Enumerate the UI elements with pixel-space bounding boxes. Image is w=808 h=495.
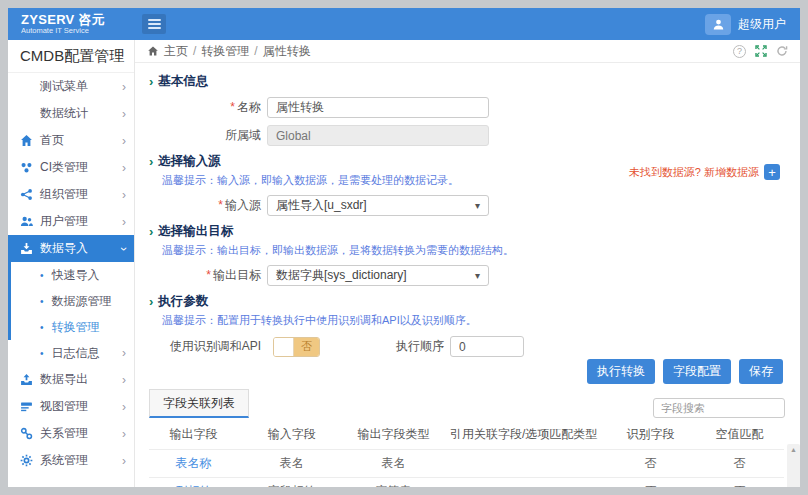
chevron-right-icon: ›: [122, 107, 126, 121]
domain-label: 所属域: [149, 127, 261, 144]
field-search-input[interactable]: [653, 398, 785, 418]
exec-order-label: 执行顺序: [396, 338, 444, 355]
input-source-label: *输入源: [149, 197, 261, 214]
sidebar-item-data-export[interactable]: 数据导出 ›: [8, 366, 134, 393]
datasource-notfound-link[interactable]: 未找到数据源? 新增数据源: [629, 165, 759, 180]
section-basic-info: › 基本信息: [149, 73, 800, 90]
person-icon: [712, 18, 725, 31]
output-field-link[interactable]: 列标签: [149, 478, 238, 488]
output-target-label: *输出目标: [149, 267, 261, 284]
fullscreen-icon[interactable]: [755, 45, 767, 57]
ci-cluster-icon: [20, 161, 33, 174]
data-import-group: 数据导入 › • 快速导入 • 数据源管理 • 转换管理 • 日志信息 ›: [8, 235, 134, 366]
breadcrumb: 主页 / 转换管理 / 属性转换 ?: [135, 40, 800, 63]
org-share-icon: [20, 188, 33, 201]
home-icon: [20, 134, 33, 147]
input-source-row: *输入源 属性导入[u_sxdr] ▾: [149, 195, 800, 216]
logo-title: ZYSERV 咨元: [21, 13, 135, 27]
sidebar-subitem-log-info[interactable]: • 日志信息 ›: [8, 340, 134, 366]
sidebar-item-ci-class[interactable]: CI类管理 ›: [8, 154, 134, 181]
exec-order-input[interactable]: [450, 336, 524, 357]
chevron-right-icon: ›: [122, 80, 126, 94]
tab-field-association[interactable]: 字段关联列表: [149, 389, 249, 418]
app-window: ZYSERV 咨元 Automate IT Service 超级用户 CMDB配…: [8, 8, 800, 487]
col-ref-match-type: 引用关联字段/选项匹配类型: [441, 422, 606, 450]
menu-toggle-icon[interactable]: [142, 14, 166, 34]
user-avatar[interactable]: [705, 14, 731, 35]
exec-params-hint: 温馨提示：配置用于转换执行中使用识别调和API以及识别顺序。: [162, 313, 800, 328]
users-icon: [20, 215, 33, 228]
chevron-right-icon: ›: [122, 215, 126, 229]
bullet-icon: •: [40, 296, 44, 307]
sidebar-subitem-quick-import[interactable]: • 快速导入: [8, 262, 134, 288]
bullet-icon: •: [40, 322, 44, 333]
bullet-icon: •: [40, 270, 44, 281]
sidebar-item-system-mgmt[interactable]: 系统管理 ›: [8, 447, 134, 474]
api-toggle[interactable]: 否: [273, 337, 320, 357]
chevron-right-icon: ›: [122, 188, 126, 202]
table-row: 列标签 字段标签 字符串 否 否: [149, 478, 784, 488]
sidebar-item-users[interactable]: 用户管理 ›: [8, 208, 134, 235]
field-table-toolbar: 字段关联列表: [149, 389, 800, 418]
sidebar-title: CMDB配置管理: [8, 40, 134, 73]
input-source-select[interactable]: 属性导入[u_sxdr] ▾: [267, 195, 489, 216]
save-button[interactable]: 保存: [739, 359, 783, 384]
sidebar-item-relation-mgmt[interactable]: 关系管理 ›: [8, 420, 134, 447]
import-icon: [20, 242, 33, 255]
breadcrumb-separator: /: [254, 44, 257, 58]
sidebar: CMDB配置管理 测试菜单 › 数据统计 › 首页 › CI类管理 ›: [8, 40, 135, 487]
sidebar-item-view-mgmt[interactable]: 视图管理 ›: [8, 393, 134, 420]
add-datasource-button[interactable]: +: [764, 164, 780, 180]
sidebar-item-data-statistics[interactable]: 数据统计 ›: [8, 100, 134, 127]
bullet-icon: •: [40, 348, 44, 359]
chevron-right-icon: ›: [122, 134, 126, 148]
domain-row: 所属域: [149, 125, 800, 146]
col-null-match: 空值匹配: [695, 422, 784, 450]
breadcrumb-transform-mgmt[interactable]: 转换管理: [201, 43, 249, 60]
relation-link-icon: [20, 427, 33, 440]
sidebar-item-organization[interactable]: 组织管理 ›: [8, 181, 134, 208]
chevron-down-icon: ›: [117, 247, 131, 251]
table-row: 表名称 表名 表名 否 否: [149, 450, 784, 478]
name-input[interactable]: [267, 97, 489, 118]
output-target-select[interactable]: 数据字典[sys_dictionary] ▾: [267, 265, 489, 286]
exec-params-row: 使用识别调和API 否 执行顺序: [149, 336, 800, 357]
col-input-field: 输入字段: [238, 422, 346, 450]
home-icon: [147, 45, 159, 57]
breadcrumb-home[interactable]: 主页: [164, 43, 188, 60]
logo-subtitle: Automate IT Service: [21, 27, 135, 35]
user-name[interactable]: 超级用户: [738, 16, 786, 33]
sidebar-item-home[interactable]: 首页 ›: [8, 127, 134, 154]
gear-icon: [20, 454, 33, 467]
table-scrollbar[interactable]: ▲: [787, 444, 800, 487]
field-config-button[interactable]: 字段配置: [663, 359, 731, 384]
run-transform-button[interactable]: 执行转换: [587, 359, 655, 384]
col-output-field: 输出字段: [149, 422, 238, 450]
col-identify-field: 识别字段: [606, 422, 695, 450]
chevron-right-icon: ›: [122, 400, 126, 414]
section-output-target: › 选择输出目标: [149, 223, 800, 240]
breadcrumb-attr-transform: 属性转换: [263, 43, 311, 60]
toggle-off-label: 否: [294, 338, 319, 356]
output-field-link[interactable]: 表名称: [149, 450, 238, 478]
sidebar-subitem-datasource-mgmt[interactable]: • 数据源管理: [8, 288, 134, 314]
chevron-right-icon: ›: [122, 161, 126, 175]
export-icon: [20, 373, 33, 386]
sidebar-item-test-menu[interactable]: 测试菜单 ›: [8, 73, 134, 100]
sidebar-item-data-import[interactable]: 数据导入 ›: [8, 235, 134, 262]
view-list-icon: [20, 400, 33, 413]
scroll-up-icon[interactable]: ▲: [787, 444, 800, 456]
field-association-table: 输出字段 输入字段 输出字段类型 引用关联字段/选项匹配类型 识别字段 空值匹配…: [149, 422, 800, 487]
refresh-icon[interactable]: [776, 45, 788, 57]
main-panel: 主页 / 转换管理 / 属性转换 ? › 基本信息: [135, 40, 800, 487]
chevron-right-icon: ›: [122, 427, 126, 441]
chevron-right-icon: ›: [122, 373, 126, 387]
section-arrow-icon: ›: [149, 224, 153, 239]
help-icon[interactable]: ?: [733, 45, 746, 58]
chevron-right-icon: ›: [122, 346, 126, 360]
section-arrow-icon: ›: [149, 74, 153, 89]
app-logo: ZYSERV 咨元 Automate IT Service: [8, 13, 135, 35]
sidebar-subitem-transform-mgmt[interactable]: • 转换管理: [8, 314, 134, 340]
table-header-row: 输出字段 输入字段 输出字段类型 引用关联字段/选项匹配类型 识别字段 空值匹配: [149, 422, 784, 450]
action-buttons: 执行转换 字段配置 保存: [149, 359, 800, 384]
